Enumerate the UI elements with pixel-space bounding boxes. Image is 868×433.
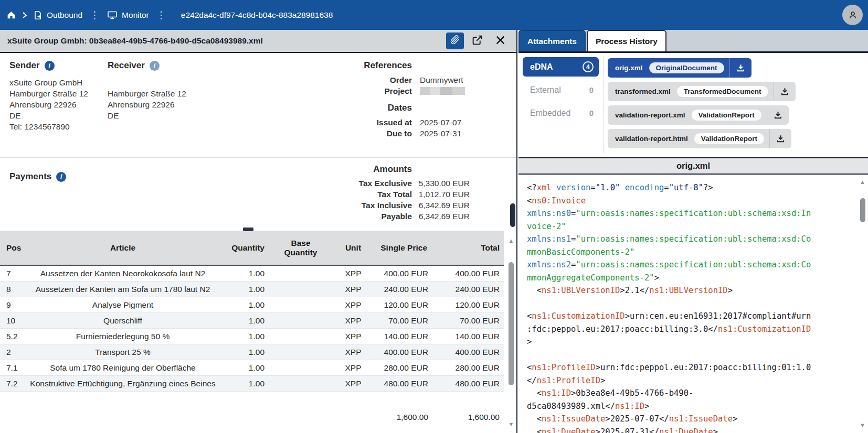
code-line: </ns1:ProfileID> <box>527 374 868 387</box>
close-viewer-button[interactable] <box>492 33 508 49</box>
scroll-up-arrow-icon[interactable]: ▲ <box>860 179 865 186</box>
splitter-handle[interactable] <box>243 228 253 231</box>
receiver-address-line: Ahrensburg 22926 <box>108 99 186 110</box>
panel-tab[interactable]: Process History <box>587 30 666 51</box>
scroll-up-arrow-icon[interactable]: ▲ <box>509 237 514 244</box>
item-total: 1,600.00 <box>430 392 504 425</box>
scroll-down-arrow-icon[interactable]: ▼ <box>509 421 514 428</box>
sender-address-line: Tel: 1234567890 <box>9 121 88 132</box>
panel-tab[interactable]: Attachments <box>518 30 586 51</box>
item-pos: 7.2 <box>0 376 26 392</box>
outbound-document-icon <box>33 10 43 20</box>
breadcrumb-separator: ⋮ <box>90 9 100 21</box>
breadcrumb-separator: ⋮ <box>156 9 166 21</box>
col-header-article: Article <box>26 231 219 265</box>
close-icon <box>495 35 505 47</box>
item-quantity: 1.00 <box>219 282 267 297</box>
item-pos: 10 <box>0 313 26 329</box>
item-base-quantity <box>267 376 335 392</box>
reference-label: Order <box>325 74 412 85</box>
date-row: Issued at 2025-07-07 <box>325 117 467 128</box>
sender-heading: Sender <box>9 60 40 71</box>
receiver-address-line: DE <box>108 110 186 121</box>
item-quantity <box>219 392 267 425</box>
breadcrumb-monitor[interactable]: Monitor <box>107 10 149 20</box>
item-base-quantity <box>267 282 335 297</box>
date-value: 2025-07-31 <box>420 128 461 139</box>
download-button[interactable] <box>729 58 751 78</box>
item-quantity: 1.00 <box>219 297 267 313</box>
code-line: d5ca08493989.xml</ns1:ID> <box>527 400 868 413</box>
table-scrollbar[interactable]: ▲ ▼ <box>507 237 515 428</box>
item-pos: 7.1 <box>0 360 26 376</box>
viewer-header: xSuite Group Gmbh: 0b3ea8e4-49b5-4766-b4… <box>0 30 516 53</box>
category-label: External <box>530 85 589 95</box>
preview-title-bar: orig.xml <box>518 157 868 175</box>
item-base-quantity <box>267 392 335 425</box>
file-name: transformed.xml <box>608 88 677 95</box>
attachment-file-pill[interactable]: validation-report.html ValidationReport <box>608 129 791 148</box>
attachment-category-item[interactable]: eDNA 4 <box>523 57 599 77</box>
attachment-files-list: orig.xml OriginalDocument transformed.xm… <box>608 58 796 153</box>
attachment-file-pill[interactable]: validation-report.xml ValidationReport <box>608 105 789 125</box>
code-line: <ns1:ProfileID>urn:fdc:peppol.eu:2017:po… <box>527 361 868 374</box>
item-quantity: 1.00 <box>219 344 267 360</box>
item-pos <box>0 392 26 425</box>
paperclip-icon <box>450 35 460 47</box>
sender-address: xSuite Group GmbHHamburger Straße 12Ahre… <box>9 77 88 132</box>
col-header-single-price: Single Price <box>372 231 430 265</box>
attachment-category-item[interactable]: External 0 <box>523 80 599 100</box>
item-unit <box>335 392 372 425</box>
item-single-price: 120.00 EUR <box>372 297 430 313</box>
item-pos: 2 <box>0 344 26 360</box>
user-avatar-button[interactable] <box>842 5 863 25</box>
attachment-category-item[interactable]: Embedded 0 <box>523 103 599 123</box>
code-line: mmonBasicComponents-2" <box>527 246 868 259</box>
amount-label: Payable <box>325 211 412 222</box>
item-unit: XPP <box>335 376 372 392</box>
item-row: 8 Aussetzen der Kanten am Sofa um 1780 l… <box>0 282 504 297</box>
references-heading: References <box>325 60 412 71</box>
item-row: 10 Querschliff 1.00 XPP 70.00 EUR 70.00 … <box>0 313 504 329</box>
sender-info-icon[interactable]: i <box>45 61 55 71</box>
item-article: Analyse Pigment <box>26 297 219 313</box>
table-header-row: Pos Article Quantity Base Quantity Unit … <box>0 231 504 265</box>
file-type-badge: OriginalDocument <box>649 62 724 73</box>
code-line: <ns1:ID>0b3ea8e4-49b5-4766-b490- <box>527 387 868 400</box>
col-header-total: Total <box>430 231 504 265</box>
code-scrollbar[interactable]: ▲ ▼ <box>859 179 866 429</box>
line-items-table: Pos Article Quantity Base Quantity Unit … <box>0 231 504 425</box>
download-button[interactable] <box>767 105 789 125</box>
breadcrumb-home[interactable] <box>6 10 16 20</box>
breadcrumb-outbound[interactable]: Outbound <box>33 10 82 20</box>
payments-info-icon[interactable]: i <box>56 172 66 182</box>
amounts-block: Amounts Tax Exclusive 5,330.00 EUR Tax T… <box>325 164 470 222</box>
breadcrumb-document-id[interactable]: e242da4c-df97-4c8d-b04c-883a28981638 <box>181 10 333 20</box>
document-viewer-panel: xSuite Group Gmbh: 0b3ea8e4-49b5-4766-b4… <box>0 30 517 433</box>
breadcrumb-monitor-label: Monitor <box>122 10 149 20</box>
summary-scrollbar-thumb[interactable] <box>510 203 515 227</box>
item-quantity: 1.00 <box>219 265 267 282</box>
receiver-block: Receiveri Hamburger Straße 12Ahrensburg … <box>108 60 186 121</box>
item-single-price: 240.00 EUR <box>372 282 430 297</box>
item-article: Querschliff <box>26 313 219 329</box>
xml-code-viewer: <?xml version="1.0" encoding="utf-8"?><n… <box>518 175 868 433</box>
item-base-quantity <box>267 344 335 360</box>
item-total: 120.00 EUR <box>430 297 504 313</box>
attachment-file-pill[interactable]: transformed.xml TransformedDocument <box>608 82 796 101</box>
download-button[interactable] <box>774 82 796 101</box>
code-scrollbar-thumb[interactable] <box>860 198 865 222</box>
scroll-down-arrow-icon[interactable]: ▼ <box>860 422 865 429</box>
download-button[interactable] <box>769 129 791 148</box>
line-items-section: Pos Article Quantity Base Quantity Unit … <box>0 231 517 433</box>
amount-value: 5,330.00 EUR <box>412 178 470 189</box>
open-external-button[interactable] <box>469 33 485 49</box>
receiver-info-icon[interactable]: i <box>150 61 160 71</box>
attachments-paperclip-button[interactable] <box>446 33 464 49</box>
amount-value: 1,012.70 EUR <box>412 189 470 200</box>
code-line: xmlns:ns1="urn:oasis:names:specification… <box>527 233 868 246</box>
file-name: orig.xml <box>608 64 649 72</box>
attachment-file-pill[interactable]: orig.xml OriginalDocument <box>608 58 751 78</box>
col-header-quantity: Quantity <box>219 231 267 265</box>
table-scrollbar-thumb[interactable] <box>509 262 514 385</box>
